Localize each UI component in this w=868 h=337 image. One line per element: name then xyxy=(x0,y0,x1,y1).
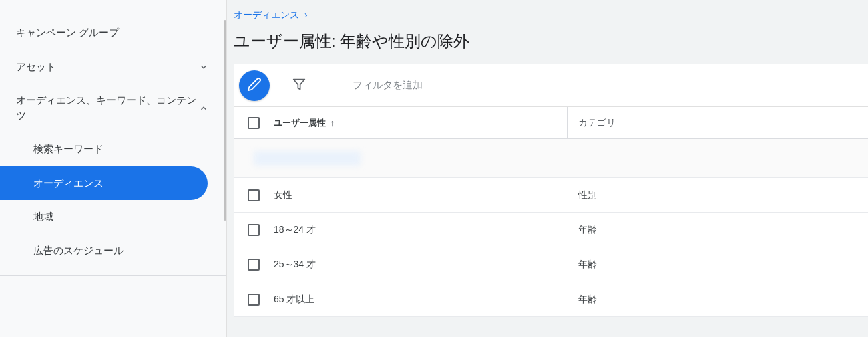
select-all-cell xyxy=(234,117,274,129)
sidebar-item-campaign-group[interactable]: キャンペーン グループ xyxy=(0,16,226,50)
scrollbar[interactable] xyxy=(224,20,226,221)
cell-attribute: 女性 xyxy=(274,189,568,201)
filter-placeholder[interactable]: フィルタを追加 xyxy=(353,79,423,92)
sidebar-item-label: オーディエンス、キーワード、コンテンツ xyxy=(16,93,197,123)
row-checkbox[interactable] xyxy=(248,224,260,236)
chevron-down-icon xyxy=(197,60,210,74)
cell-category: 年齢 xyxy=(568,259,868,271)
sidebar-item-label: アセット xyxy=(16,60,197,75)
cell-category: 年齢 xyxy=(568,224,868,236)
sidebar-item-assets[interactable]: アセット xyxy=(0,50,226,84)
table-header: ユーザー属性 ↑ カテゴリ xyxy=(234,107,868,139)
row-checkbox-cell xyxy=(234,294,274,306)
cell-attribute: 65 才以上 xyxy=(274,294,568,306)
pencil-icon xyxy=(247,77,262,94)
sidebar-item-search-keywords[interactable]: 検索キーワード xyxy=(0,132,226,166)
row-checkbox[interactable] xyxy=(248,259,260,271)
row-checkbox-cell xyxy=(234,224,274,236)
cell-category: 性別 xyxy=(568,189,868,201)
summary-row xyxy=(234,139,868,178)
sidebar-item-locations[interactable]: 地域 xyxy=(0,200,226,234)
row-checkbox[interactable] xyxy=(248,294,260,306)
sidebar-divider xyxy=(0,275,226,276)
cell-attribute: 18～24 才 xyxy=(274,224,568,236)
breadcrumb-separator: › xyxy=(304,9,308,20)
sidebar-item-label: 広告のスケジュール xyxy=(33,243,210,259)
row-checkbox[interactable] xyxy=(248,189,260,201)
sidebar-item-audiences[interactable]: オーディエンス xyxy=(0,166,208,201)
breadcrumb: オーディエンス › xyxy=(234,7,868,25)
filter-button[interactable] xyxy=(286,72,312,99)
column-header-attribute-label: ユーザー属性 xyxy=(274,117,326,129)
table-row[interactable]: 女性 性別 xyxy=(234,178,868,213)
sidebar-item-label: キャンペーン グループ xyxy=(16,25,210,41)
page-title: ユーザー属性: 年齢や性別の除外 xyxy=(234,31,868,52)
row-checkbox-cell xyxy=(234,259,274,271)
column-header-attribute[interactable]: ユーザー属性 ↑ xyxy=(274,107,568,138)
column-header-category[interactable]: カテゴリ xyxy=(568,117,868,129)
cell-category: 年齢 xyxy=(568,294,868,306)
breadcrumb-link-audiences[interactable]: オーディエンス xyxy=(234,9,299,20)
sidebar: キャンペーン グループ アセット オーディエンス、キーワード、コンテンツ 検索キ… xyxy=(0,0,227,337)
svg-marker-0 xyxy=(294,79,305,89)
chevron-up-icon xyxy=(197,102,210,115)
sidebar-item-label: 地域 xyxy=(33,209,210,225)
table-row[interactable]: 18～24 才 年齢 xyxy=(234,213,868,247)
toolbar: フィルタを追加 xyxy=(234,64,868,107)
table-row[interactable]: 65 才以上 年齢 xyxy=(234,282,868,317)
filter-icon xyxy=(292,78,306,94)
main-content: オーディエンス › ユーザー属性: 年齢や性別の除外 フィルタを追加 ユーザー属… xyxy=(227,0,868,337)
demographics-table: ユーザー属性 ↑ カテゴリ 女性 性別 18～24 才 年齢 25～34 才 年… xyxy=(234,107,868,317)
sort-ascending-icon: ↑ xyxy=(330,118,335,128)
row-checkbox-cell xyxy=(234,189,274,201)
sidebar-item-audiences-keywords-content[interactable]: オーディエンス、キーワード、コンテンツ xyxy=(0,84,226,132)
column-header-category-label: カテゴリ xyxy=(578,117,616,128)
sidebar-item-ad-schedule[interactable]: 広告のスケジュール xyxy=(0,234,226,268)
sidebar-item-label: 検索キーワード xyxy=(33,142,210,157)
select-all-checkbox[interactable] xyxy=(248,117,260,129)
redacted-summary xyxy=(254,151,361,166)
table-row[interactable]: 25～34 才 年齢 xyxy=(234,247,868,282)
sidebar-item-label: オーディエンス xyxy=(33,176,192,191)
cell-attribute: 25～34 才 xyxy=(274,259,568,271)
edit-button[interactable] xyxy=(239,70,270,101)
